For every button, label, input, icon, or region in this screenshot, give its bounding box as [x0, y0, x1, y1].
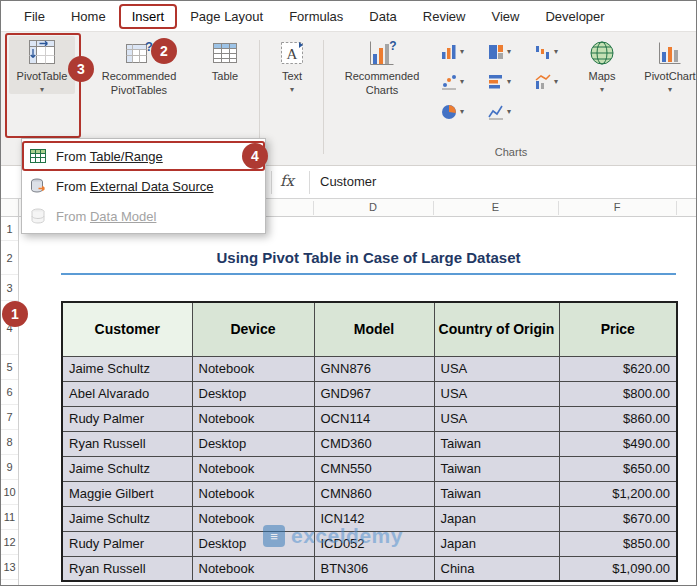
menu-item-from-external-data-source[interactable]: From External Data Source — [22, 171, 265, 201]
insert-column-chart-button[interactable]: ▾ — [441, 44, 464, 60]
cell-r5c2[interactable]: Jaime Schultz — [62, 356, 192, 381]
column-header-f[interactable]: F — [558, 201, 676, 213]
tab-page-layout[interactable]: Page Layout — [177, 4, 276, 29]
cell-r13c3[interactable]: Notebook — [192, 556, 314, 581]
select-all-corner[interactable] — [1, 199, 19, 217]
cell-r8c2[interactable]: Ryan Russell — [62, 431, 192, 456]
cell-r8c6[interactable]: $490.00 — [559, 431, 677, 456]
insert-scatter-chart-button[interactable]: ▾ — [441, 74, 464, 90]
cell-r6c4[interactable]: GND967 — [314, 381, 434, 406]
tab-home[interactable]: Home — [58, 4, 119, 29]
cell-r12c4[interactable]: ICD052 — [314, 531, 434, 556]
cell-r5c3[interactable]: Notebook — [192, 356, 314, 381]
cell-r11c6[interactable]: $670.00 — [559, 506, 677, 531]
table-icon — [210, 38, 240, 68]
row-header-9[interactable]: 9 — [1, 455, 18, 480]
row-header-10[interactable]: 10 — [1, 480, 18, 505]
tab-formulas[interactable]: Formulas — [276, 4, 356, 29]
sheet-title: Using Pivot Table in Case of Large Datas… — [61, 241, 676, 275]
tab-view[interactable]: View — [478, 4, 532, 29]
table-button[interactable]: Table — [199, 38, 251, 84]
cell-r5c4[interactable]: GNN876 — [314, 356, 434, 381]
cell-r8c5[interactable]: Taiwan — [434, 431, 559, 456]
row-header-3[interactable]: 3 — [1, 275, 18, 301]
insert-line-chart-button[interactable]: ▾ — [488, 104, 511, 120]
fx-icon[interactable]: fx — [280, 172, 294, 190]
recommended-charts-button[interactable]: ? Recommended Charts — [331, 38, 433, 98]
insert-waterfall-chart-button[interactable]: ▾ — [535, 44, 558, 60]
cell-r10c4[interactable]: CMN860 — [314, 481, 434, 506]
header-price[interactable]: Price — [559, 302, 677, 356]
header-model[interactable]: Model — [314, 302, 434, 356]
cell-r7c3[interactable]: Notebook — [192, 406, 314, 431]
row-header-7[interactable]: 7 — [1, 405, 18, 430]
insert-bar-chart-button[interactable]: ▾ — [488, 74, 511, 90]
tab-data[interactable]: Data — [356, 4, 409, 29]
cell-r10c3[interactable]: Notebook — [192, 481, 314, 506]
cell-r9c4[interactable]: CMN550 — [314, 456, 434, 481]
cell-r12c3[interactable]: Desktop — [192, 531, 314, 556]
cell-r8c3[interactable]: Desktop — [192, 431, 314, 456]
row-header-12[interactable]: 12 — [1, 530, 18, 555]
cell-r13c2[interactable]: Ryan Russell — [62, 556, 192, 581]
maps-button[interactable]: Maps ▾ — [579, 38, 625, 94]
svg-text:A: A — [287, 46, 298, 62]
row-header-11[interactable]: 11 — [1, 505, 18, 530]
cell-r6c2[interactable]: Abel Alvarado — [62, 381, 192, 406]
cell-r12c5[interactable]: Japan — [434, 531, 559, 556]
tab-file[interactable]: File — [11, 4, 58, 29]
cell-r9c5[interactable]: Taiwan — [434, 456, 559, 481]
insert-hierarchy-chart-button[interactable]: ▾ — [488, 44, 511, 60]
header-device[interactable]: Device — [192, 302, 314, 356]
cell-r9c6[interactable]: $650.00 — [559, 456, 677, 481]
cell-r12c2[interactable]: Rudy Palmer — [62, 531, 192, 556]
row-header-1[interactable]: 1 — [1, 217, 18, 241]
cell-r7c5[interactable]: USA — [434, 406, 559, 431]
cell-r7c6[interactable]: $860.00 — [559, 406, 677, 431]
column-header-e[interactable]: E — [433, 201, 558, 213]
cell-r8c4[interactable]: CMD360 — [314, 431, 434, 456]
cell-r5c6[interactable]: $620.00 — [559, 356, 677, 381]
insert-pie-chart-button[interactable]: ▾ — [441, 104, 464, 120]
bar-chart-icon — [488, 74, 504, 90]
cell-r11c4[interactable]: ICN142 — [314, 506, 434, 531]
cell-r6c6[interactable]: $800.00 — [559, 381, 677, 406]
table-row: Abel AlvaradoDesktopGND967USA$800.00 — [62, 381, 677, 406]
row-header-6[interactable]: 6 — [1, 380, 18, 405]
pivotchart-button[interactable]: PivotChart ▾ — [635, 38, 697, 94]
header-customer[interactable]: Customer — [62, 302, 192, 356]
cell-r5c5[interactable]: USA — [434, 356, 559, 381]
insert-combo-chart-button[interactable]: ▾ — [535, 74, 558, 90]
cell-r11c3[interactable]: Notebook — [192, 506, 314, 531]
cell-r10c5[interactable]: Taiwan — [434, 481, 559, 506]
column-header-d[interactable]: D — [313, 201, 433, 213]
menu-item-label: From Data Model — [56, 209, 156, 224]
cell-r7c2[interactable]: Rudy Palmer — [62, 406, 192, 431]
cell-r10c2[interactable]: Maggie Gilbert — [62, 481, 192, 506]
menu-item-from-table-range[interactable]: From Table/Range — [22, 141, 265, 171]
recommended-charts-icon: ? — [367, 38, 397, 68]
row-header-2[interactable]: 2 — [1, 241, 18, 275]
cell-r9c2[interactable]: Jaime Schultz — [62, 456, 192, 481]
cell-r9c3[interactable]: Notebook — [192, 456, 314, 481]
row-header-5[interactable]: 5 — [1, 355, 18, 380]
formula-bar-value[interactable]: Customer — [320, 174, 376, 189]
cell-r6c3[interactable]: Desktop — [192, 381, 314, 406]
cell-r12c6[interactable]: $850.00 — [559, 531, 677, 556]
cell-r13c6[interactable]: $1,090.00 — [559, 556, 677, 581]
cell-r13c5[interactable]: China — [434, 556, 559, 581]
step-badge-2: 2 — [151, 38, 177, 64]
text-button[interactable]: A Text ▾ — [267, 38, 317, 94]
row-header-13[interactable]: 13 — [1, 555, 18, 580]
tab-review[interactable]: Review — [410, 4, 479, 29]
cell-r6c5[interactable]: USA — [434, 381, 559, 406]
header-country[interactable]: Country of Origin — [434, 302, 559, 356]
cell-r7c4[interactable]: OCN114 — [314, 406, 434, 431]
cell-r10c6[interactable]: $1,200.00 — [559, 481, 677, 506]
tab-developer[interactable]: Developer — [532, 4, 617, 29]
cell-r13c4[interactable]: BTN306 — [314, 556, 434, 581]
row-header-8[interactable]: 8 — [1, 430, 18, 455]
cell-r11c5[interactable]: Japan — [434, 506, 559, 531]
tab-insert[interactable]: Insert — [119, 4, 178, 29]
cell-r11c2[interactable]: Jaime Schultz — [62, 506, 192, 531]
